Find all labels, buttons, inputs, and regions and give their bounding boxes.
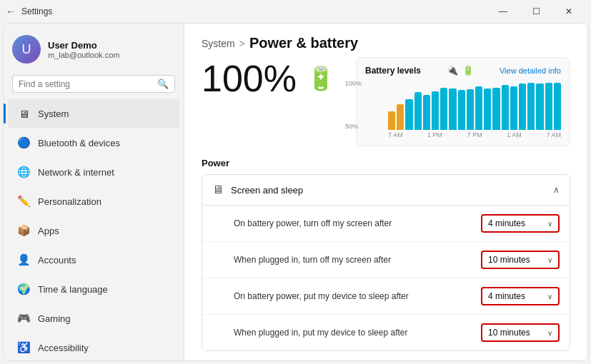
chart-legend-icons: 🔌🔋	[447, 65, 474, 76]
row-dropdown[interactable]: 10 minutes ∨	[481, 251, 560, 269]
sidebar-item-time[interactable]: 🌍 Time & language	[8, 275, 179, 303]
power-section-label: Power	[202, 158, 570, 168]
nav-label-accessibility: Accessibility	[38, 343, 89, 353]
nav-icon-accessibility: ♿	[16, 340, 31, 355]
sidebar-item-accessibility[interactable]: ♿ Accessibility	[8, 333, 179, 355]
nav-icon-time: 🌍	[16, 282, 31, 296]
chart-bar	[502, 85, 509, 130]
back-button[interactable]: ←	[6, 6, 16, 17]
breadcrumb-separator: >	[239, 38, 245, 49]
app-title: Settings	[21, 6, 52, 16]
dropdown-value: 4 minutes	[488, 218, 525, 228]
row-label: On battery power, turn off my screen aft…	[234, 218, 392, 228]
nav-icon-system: 🖥	[16, 106, 31, 121]
title-bar: ← Settings — ☐ ✕	[0, 0, 591, 23]
legend-icon: 🔋	[462, 65, 474, 76]
chevron-up-icon: ∧	[553, 185, 560, 195]
user-info: User Demo m_lab@outlook.com	[48, 40, 119, 59]
chart-bar	[510, 86, 517, 130]
chart-bar	[536, 84, 543, 130]
row-label: When plugged in, put my device to sleep …	[234, 328, 407, 338]
user-name: User Demo	[48, 40, 119, 51]
nav-label-time: Time & language	[38, 284, 108, 295]
chart-x-label: 1 AM	[507, 131, 522, 138]
maximize-button[interactable]: ☐	[520, 0, 552, 23]
nav-label-system: System	[38, 108, 69, 119]
user-section[interactable]: U User Demo m_lab@outlook.com	[4, 24, 184, 72]
nav-icon-gaming: 🎮	[16, 311, 31, 325]
nav-label-bluetooth: Bluetooth & devices	[38, 138, 120, 148]
chart-bar	[467, 89, 474, 130]
dropdown-value: 10 minutes	[488, 255, 530, 265]
chart-x-label: 7 AM	[546, 131, 561, 138]
battery-percent-display: 100% 🔋	[202, 57, 335, 100]
chart-bar	[484, 89, 491, 130]
nav-label-gaming: Gaming	[38, 313, 71, 324]
view-detailed-info-link[interactable]: View detailed info	[500, 66, 561, 75]
chart-bar	[527, 83, 535, 130]
chart-bar	[449, 89, 456, 130]
chart-x-label: 7 PM	[467, 131, 482, 138]
nav-label-apps: Apps	[38, 226, 59, 236]
nav-icon-apps: 📦	[16, 223, 31, 238]
chart-x-label: 1 PM	[427, 131, 442, 138]
chevron-down-icon: ∨	[547, 256, 552, 264]
chart-title: Battery levels	[365, 66, 421, 76]
sidebar-item-system[interactable]: 🖥 System	[8, 99, 179, 128]
sidebar-item-apps[interactable]: 📦 Apps	[8, 216, 179, 245]
app-container: U User Demo m_lab@outlook.com 🔍 🖥 System…	[3, 23, 588, 361]
close-button[interactable]: ✕	[552, 0, 585, 23]
search-icon: 🔍	[157, 79, 169, 89]
screen-sleep-group: 🖥 Screen and sleep ∧ On battery power, t…	[202, 174, 570, 351]
minimize-button[interactable]: —	[487, 0, 520, 23]
chart-bar	[414, 92, 422, 130]
sidebar-item-accounts[interactable]: 👤 Accounts	[8, 246, 179, 274]
battery-chart: Battery levels 🔌🔋 View detailed info 100…	[356, 57, 570, 146]
search-input[interactable]	[19, 79, 153, 89]
nav-icon-personalization: ✏️	[16, 194, 31, 208]
nav-label-personalization: Personalization	[38, 196, 101, 207]
chart-bar	[475, 86, 482, 130]
nav-list: 🖥 System 🔵 Bluetooth & devices 🌐 Network…	[4, 98, 184, 355]
settings-row: On battery power, put my device to sleep…	[202, 278, 570, 315]
row-dropdown[interactable]: 4 minutes ∨	[481, 214, 560, 233]
screen-sleep-icon: 🖥	[212, 183, 224, 196]
row-label: On battery power, put my device to sleep…	[234, 291, 409, 301]
chart-bar	[423, 95, 430, 131]
chart-x-labels: 7 AM1 PM7 PM1 AM7 AM	[388, 131, 561, 138]
dropdown-value: 10 minutes	[488, 328, 530, 338]
chart-bar	[492, 88, 500, 130]
chart-bar	[388, 111, 395, 130]
dropdown-value: 4 minutes	[488, 291, 525, 301]
nav-icon-bluetooth: 🔵	[16, 136, 31, 150]
chart-bar	[405, 99, 412, 130]
chevron-down-icon: ∨	[547, 329, 552, 337]
avatar: U	[12, 35, 41, 64]
nav-label-accounts: Accounts	[38, 255, 76, 266]
chart-bar	[519, 84, 526, 130]
settings-rows: On battery power, turn off my screen aft…	[202, 205, 570, 350]
chart-y-labels: 100% 50%	[345, 80, 362, 130]
battery-header: 100% 🔋 Battery levels 🔌🔋 View detailed i…	[202, 57, 570, 146]
sidebar-item-gaming[interactable]: 🎮 Gaming	[8, 304, 179, 333]
nav-label-network: Network & internet	[38, 167, 114, 178]
settings-row: On battery power, turn off my screen aft…	[202, 206, 570, 242]
sidebar: U User Demo m_lab@outlook.com 🔍 🖥 System…	[4, 24, 184, 360]
chevron-down-icon: ∨	[547, 220, 552, 228]
search-box[interactable]: 🔍	[12, 75, 175, 93]
row-dropdown[interactable]: 4 minutes ∨	[481, 287, 560, 305]
sidebar-item-personalization[interactable]: ✏️ Personalization	[8, 187, 179, 216]
breadcrumb-current: Power & battery	[249, 35, 358, 51]
screen-sleep-label: Screen and sleep	[231, 185, 303, 196]
chart-bar	[554, 83, 561, 130]
sidebar-item-bluetooth[interactable]: 🔵 Bluetooth & devices	[8, 128, 179, 157]
chart-bar	[432, 91, 439, 130]
row-dropdown[interactable]: 10 minutes ∨	[481, 323, 560, 342]
settings-row: When plugged in, turn off my screen afte…	[202, 242, 570, 278]
user-email: m_lab@outlook.com	[48, 51, 119, 59]
legend-icon: 🔌	[447, 65, 458, 76]
group-header[interactable]: 🖥 Screen and sleep ∧	[202, 175, 570, 205]
sidebar-item-network[interactable]: 🌐 Network & internet	[8, 158, 179, 186]
breadcrumb-parent[interactable]: System	[202, 38, 235, 49]
chart-bar	[545, 83, 552, 130]
